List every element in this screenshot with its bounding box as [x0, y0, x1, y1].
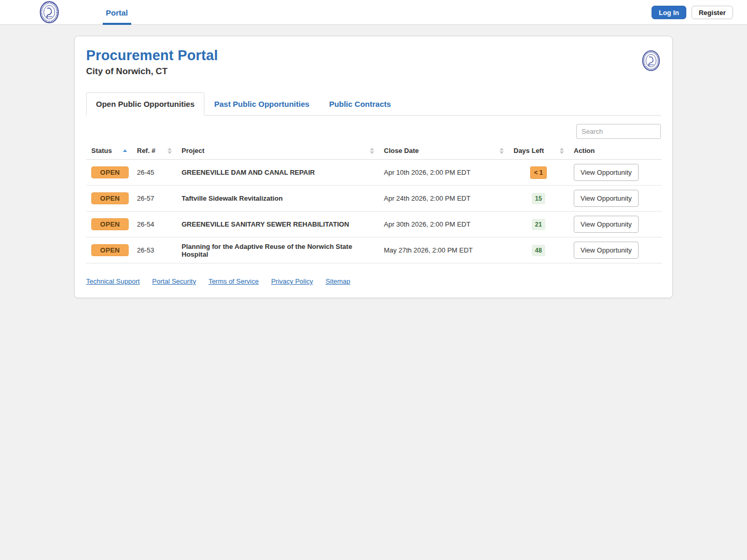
opportunities-table: Status Ref. # Project	[86, 143, 662, 263]
footer-link-terms-of-service[interactable]: Terms of Service	[209, 277, 259, 285]
footer-link-technical-support[interactable]: Technical Support	[86, 277, 140, 285]
action-cell: View Opportunity	[569, 160, 662, 186]
column-header-days-left[interactable]: Days Left	[508, 143, 569, 160]
column-header-project[interactable]: Project	[176, 143, 379, 160]
ref-number: 26-53	[132, 237, 176, 263]
days-left-cell: 21	[508, 212, 569, 237]
column-header-action: Action	[569, 143, 662, 160]
footer-link-portal-security[interactable]: Portal Security	[152, 277, 196, 285]
search-input[interactable]	[576, 124, 661, 139]
column-header-ref[interactable]: Ref. #	[132, 143, 176, 160]
column-label: Close Date	[384, 147, 419, 155]
column-label: Action	[574, 147, 594, 155]
status-badge: OPEN	[91, 166, 129, 178]
column-label: Ref. #	[137, 147, 155, 155]
page-subtitle: City of Norwich, CT	[86, 66, 661, 77]
tab-past-public-opportunities[interactable]: Past Public Opportunities	[204, 92, 319, 116]
city-seal-logo[interactable]	[39, 1, 59, 23]
card-seal-logo	[641, 50, 661, 71]
status-badge: OPEN	[91, 192, 129, 204]
tab-open-public-opportunities[interactable]: Open Public Opportunities	[86, 92, 204, 116]
view-opportunity-button[interactable]: View Opportunity	[574, 216, 639, 233]
table-row: OPEN 26-54 GREENEVILLE SANITARY SEWER RE…	[86, 212, 662, 237]
sort-icon	[559, 148, 564, 154]
nav-portal-link[interactable]: Portal	[106, 0, 128, 25]
column-header-status[interactable]: Status	[86, 143, 132, 160]
nav-auth-buttons: Log In Register	[652, 6, 733, 19]
footer-link-sitemap[interactable]: Sitemap	[326, 277, 351, 285]
status-cell: OPEN	[86, 186, 132, 212]
days-left-badge: 48	[532, 245, 545, 256]
table-row: OPEN 26-53 Planning for the Adaptive Reu…	[86, 237, 662, 263]
days-left-cell: < 1	[508, 160, 569, 186]
footer-link-privacy-policy[interactable]: Privacy Policy	[271, 277, 313, 285]
opportunities-tbody: OPEN 26-45 GREENEVILLE DAM AND CANAL REP…	[86, 160, 662, 263]
view-opportunity-button[interactable]: View Opportunity	[574, 190, 639, 207]
column-label: Days Left	[514, 147, 544, 155]
days-left-badge: 21	[532, 219, 545, 230]
status-cell: OPEN	[86, 237, 132, 263]
action-cell: View Opportunity	[569, 237, 662, 263]
project-name: GREENEVILLE DAM AND CANAL REPAIR	[176, 160, 379, 186]
tab-public-contracts[interactable]: Public Contracts	[319, 92, 400, 116]
register-button[interactable]: Register	[691, 6, 733, 19]
city-seal-icon	[39, 1, 59, 23]
tab-bar: Open Public Opportunities Past Public Op…	[86, 92, 661, 116]
close-date: May 27th 2026, 2:00 PM EDT	[379, 237, 508, 263]
project-name: Planning for the Adaptive Reuse of the N…	[176, 237, 379, 263]
ref-number: 26-45	[132, 160, 176, 186]
sort-icon	[167, 148, 172, 154]
close-date: Apr 30th 2026, 2:00 PM EDT	[379, 212, 508, 237]
status-badge: OPEN	[91, 218, 129, 230]
view-opportunity-button[interactable]: View Opportunity	[574, 164, 639, 181]
procurement-portal-card: Procurement Portal City of Norwich, CT O…	[74, 36, 673, 298]
close-date: Apr 10th 2026, 2:00 PM EDT	[379, 160, 508, 186]
login-button[interactable]: Log In	[652, 6, 686, 19]
action-cell: View Opportunity	[569, 186, 662, 212]
table-header-row: Status Ref. # Project	[86, 143, 662, 160]
search-row	[86, 124, 661, 139]
view-opportunity-button[interactable]: View Opportunity	[574, 242, 639, 259]
close-date: Apr 24th 2026, 2:00 PM EDT	[379, 186, 508, 212]
ref-number: 26-57	[132, 186, 176, 212]
status-cell: OPEN	[86, 160, 132, 186]
action-cell: View Opportunity	[569, 212, 662, 237]
days-left-badge: < 1	[530, 166, 546, 179]
sort-icon	[369, 148, 375, 154]
status-cell: OPEN	[86, 212, 132, 237]
days-left-cell: 48	[508, 237, 569, 263]
ref-number: 26-54	[132, 212, 176, 237]
footer-links: Technical SupportPortal SecurityTerms of…	[86, 277, 661, 285]
days-left-cell: 15	[508, 186, 569, 212]
table-row: OPEN 26-45 GREENEVILLE DAM AND CANAL REP…	[86, 160, 662, 186]
table-row: OPEN 26-57 Taftville Sidewalk Revitaliza…	[86, 186, 662, 212]
project-name: GREENEVILLE SANITARY SEWER REHABILITATIO…	[176, 212, 379, 237]
top-navbar: Portal Log In Register	[0, 0, 747, 25]
sort-asc-icon	[122, 149, 128, 152]
column-header-close-date[interactable]: Close Date	[379, 143, 508, 160]
page-title: Procurement Portal	[86, 48, 661, 64]
project-name: Taftville Sidewalk Revitalization	[176, 186, 379, 212]
days-left-badge: 15	[532, 193, 545, 204]
sort-icon	[499, 148, 504, 154]
status-badge: OPEN	[91, 244, 129, 256]
city-seal-icon	[641, 50, 661, 71]
column-label: Status	[91, 147, 112, 155]
column-label: Project	[182, 147, 204, 155]
